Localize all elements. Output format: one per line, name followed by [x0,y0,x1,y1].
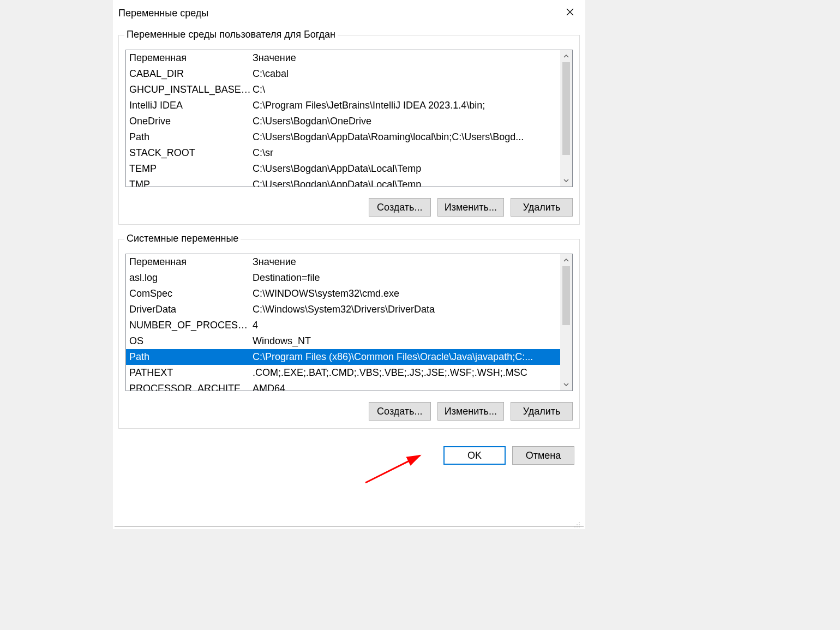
edit-button[interactable]: Изменить... [437,402,504,421]
environment-variables-dialog: Переменные среды Переменные среды пользо… [113,0,585,529]
variable-value: C:\WINDOWS\system32\cmd.exe [253,286,572,302]
column-headers[interactable]: Переменная Значение [126,50,572,66]
header-value[interactable]: Значение [253,50,572,66]
variable-name: Path [126,349,253,365]
dialog-title: Переменные среды [118,5,208,19]
table-row[interactable]: DriverDataC:\Windows\System32\Drivers\Dr… [126,302,572,317]
column-headers[interactable]: Переменная Значение [126,254,572,270]
svg-point-6 [577,526,578,527]
variable-value: AMD64 [253,381,572,391]
cancel-button[interactable]: Отмена [512,446,574,465]
variable-name: PROCESSOR_ARCHITECTU... [126,381,253,391]
variable-name: ComSpec [126,286,253,302]
titlebar: Переменные среды [113,0,585,24]
scroll-down-icon[interactable] [560,379,572,391]
variable-name: STACK_ROOT [126,145,253,161]
scrollbar[interactable] [560,254,572,391]
dialog-buttons: OK Отмена [118,446,580,465]
close-icon [566,8,574,16]
close-button[interactable] [559,1,581,23]
variable-value: C:\sr [253,145,572,161]
user-variables-list[interactable]: Переменная Значение CABAL_DIRC:\cabalGHC… [125,50,573,187]
table-row[interactable]: TMPC:\Users\Bogdan\AppData\Local\Temp [126,177,572,187]
scroll-thumb[interactable] [562,62,570,155]
divider [115,526,584,527]
new-button[interactable]: Создать... [369,198,431,217]
user-group-label: Переменные среды пользователя для Богдан [124,29,338,40]
table-row[interactable]: ComSpecC:\WINDOWS\system32\cmd.exe [126,286,572,302]
system-variables-list[interactable]: Переменная Значение asl.logDestination=f… [125,254,573,391]
svg-point-4 [579,524,580,525]
variable-name: IntelliJ IDEA [126,98,253,113]
svg-point-5 [574,526,575,527]
variable-value: C:\cabal [253,66,572,82]
system-buttons: Создать... Изменить... Удалить [125,402,573,421]
variable-value: C:\Program Files (x86)\Common Files\Orac… [253,349,572,365]
table-row[interactable]: STACK_ROOTC:\sr [126,145,572,161]
variable-value: Destination=file [253,270,572,286]
variable-name: TMP [126,177,253,187]
variable-name: TEMP [126,161,253,177]
svg-point-3 [577,524,578,525]
resize-grip-icon[interactable] [572,519,581,529]
edit-button[interactable]: Изменить... [437,198,504,217]
scrollbar[interactable] [560,50,572,187]
variable-value: C:\ [253,82,572,98]
scroll-thumb[interactable] [562,266,570,325]
system-variables-group: Системные переменные Переменная Значение… [118,239,580,429]
variable-name: PATHEXT [126,365,253,381]
table-row[interactable]: OSWindows_NT [126,333,572,349]
scroll-up-icon[interactable] [560,254,572,266]
delete-button[interactable]: Удалить [511,402,573,421]
variable-name: CABAL_DIR [126,66,253,82]
variable-name: Path [126,129,253,145]
variable-value: C:\Users\Bogdan\AppData\Local\Temp [253,161,572,177]
system-group-label: Системные переменные [124,233,241,244]
header-value[interactable]: Значение [253,254,572,270]
variable-value: C:\Windows\System32\Drivers\DriverData [253,302,572,317]
table-row[interactable]: CABAL_DIRC:\cabal [126,66,572,82]
table-row[interactable]: GHCUP_INSTALL_BASE_PR...C:\ [126,82,572,98]
scroll-up-icon[interactable] [560,50,572,62]
ok-button[interactable]: OK [443,446,506,465]
user-buttons: Создать... Изменить... Удалить [125,198,573,217]
table-row[interactable]: TEMPC:\Users\Bogdan\AppData\Local\Temp [126,161,572,177]
variable-value: Windows_NT [253,333,572,349]
table-row[interactable]: PATHEXT.COM;.EXE;.BAT;.CMD;.VBS;.VBE;.JS… [126,365,572,381]
table-row[interactable]: IntelliJ IDEAC:\Program Files\JetBrains\… [126,98,572,113]
variable-value: C:\Program Files\JetBrains\IntelliJ IDEA… [253,98,572,113]
table-row[interactable]: PathC:\Program Files (x86)\Common Files\… [126,349,572,365]
delete-button[interactable]: Удалить [511,198,573,217]
table-row[interactable]: NUMBER_OF_PROCESSORS4 [126,317,572,333]
variable-name: OneDrive [126,113,253,129]
user-variables-group: Переменные среды пользователя для Богдан… [118,35,580,225]
variable-name: NUMBER_OF_PROCESSORS [126,317,253,333]
table-row[interactable]: asl.logDestination=file [126,270,572,286]
variable-value: C:\Users\Bogdan\AppData\Roaming\local\bi… [253,129,572,145]
table-row[interactable]: OneDriveC:\Users\Bogdan\OneDrive [126,113,572,129]
variable-value: .COM;.EXE;.BAT;.CMD;.VBS;.VBE;.JS;.JSE;.… [253,365,572,381]
variable-name: DriverData [126,302,253,317]
new-button[interactable]: Создать... [369,402,431,421]
variable-value: C:\Users\Bogdan\AppData\Local\Temp [253,177,572,187]
variable-value: C:\Users\Bogdan\OneDrive [253,113,572,129]
scroll-down-icon[interactable] [560,175,572,187]
variable-name: asl.log [126,270,253,286]
table-row[interactable]: PathC:\Users\Bogdan\AppData\Roaming\loca… [126,129,572,145]
variable-value: 4 [253,317,572,333]
header-variable[interactable]: Переменная [126,254,253,270]
header-variable[interactable]: Переменная [126,50,253,66]
variable-name: OS [126,333,253,349]
table-row[interactable]: PROCESSOR_ARCHITECTU...AMD64 [126,381,572,391]
svg-point-2 [579,522,580,523]
variable-name: GHCUP_INSTALL_BASE_PR... [126,82,253,98]
svg-point-7 [579,526,580,527]
